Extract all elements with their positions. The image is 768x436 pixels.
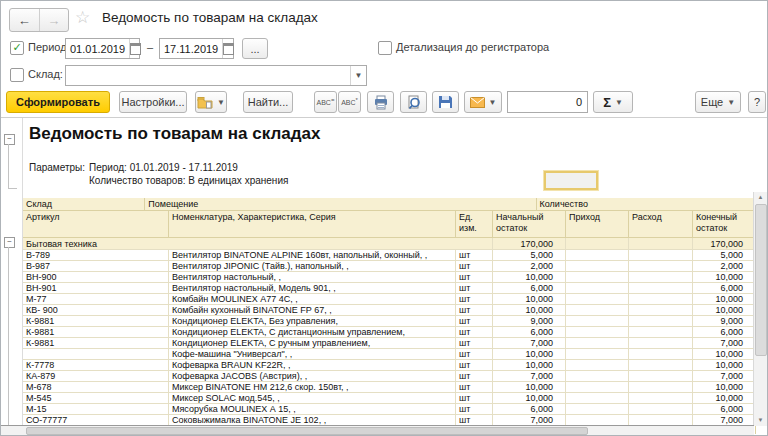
cell-expense[interactable] (629, 327, 693, 338)
cell-unit[interactable]: шт (456, 338, 493, 349)
vertical-scrollbar-thumb[interactable] (755, 204, 767, 356)
cell-unit[interactable]: шт (456, 316, 493, 327)
cell-nomenklatura[interactable]: Вентилятор настольный, Модель 901, , (169, 283, 456, 294)
cell-nomenklatura[interactable]: Кондиционер ELEKTA, С ручным управлением… (169, 338, 456, 349)
header-nomenklatura[interactable]: Номенклатура, Характеристика, Серия (169, 211, 456, 238)
table-row[interactable]: К-9881 Кондиционер ELEKTA, С ручным упра… (23, 338, 756, 349)
period-to-field[interactable]: 17.11.2019 (159, 38, 234, 59)
horizontal-scrollbar-thumb[interactable] (26, 427, 588, 435)
cell-begin[interactable]: 7,000 (493, 371, 566, 382)
detail-checkbox[interactable] (378, 41, 392, 55)
header-begin[interactable]: Начальный остаток (493, 211, 566, 238)
group-end[interactable]: 170,000 (693, 238, 756, 250)
header-kolichestvo[interactable]: Количество (537, 198, 756, 211)
cell-income[interactable] (566, 316, 629, 327)
find-button[interactable]: Найти... (243, 91, 293, 113)
cell-expense[interactable] (629, 261, 693, 272)
sum-button[interactable]: Σ ▼ (593, 91, 633, 113)
cell-artikul[interactable]: М-545 (23, 393, 169, 404)
abc-collapse-button[interactable]: ABC= (314, 91, 337, 113)
cell-begin[interactable]: 10,000 (493, 349, 566, 360)
cell-nomenklatura[interactable]: Миксер BINATONE HM 212,6 скор. 150вт, , (169, 382, 456, 393)
cell-begin[interactable]: 6,000 (493, 327, 566, 338)
cell-expense[interactable] (629, 250, 693, 261)
warehouse-checkbox[interactable] (10, 68, 24, 82)
cell-end[interactable]: 10,000 (693, 393, 756, 404)
cell-end[interactable]: 10,000 (693, 382, 756, 393)
cell-unit[interactable]: шт (456, 305, 493, 316)
header-end[interactable]: Конечный остаток (693, 211, 756, 238)
cell-end[interactable]: 10,000 (693, 360, 756, 371)
cell-end[interactable]: 7,000 (693, 371, 756, 382)
cell-nomenklatura[interactable]: Комбайн кухонный BINATONE FP 67, , (169, 305, 456, 316)
cell-nomenklatura[interactable]: Кондиционер ELEKTA, Без управления, (169, 316, 456, 327)
cell-artikul[interactable]: КВ- 900 (23, 305, 169, 316)
table-row[interactable]: К-9881 Кондиционер ELEKTA, С дистанционн… (23, 327, 756, 338)
cell-end[interactable]: 2,000 (693, 261, 756, 272)
cell-artikul[interactable]: К-7778 (23, 360, 169, 371)
cell-nomenklatura[interactable]: Кондиционер ELEKTA, С дистанционным упра… (169, 327, 456, 338)
report-variants-button[interactable]: ▼ (195, 91, 227, 113)
group-name[interactable]: Бытовая техника (23, 238, 493, 250)
table-row[interactable]: ВН-901 Вентилятор настольный, Модель 901… (23, 283, 756, 294)
period-from-value[interactable]: 01.01.2019 (66, 43, 129, 55)
cell-artikul[interactable]: КА-879 (23, 371, 169, 382)
cell-begin[interactable]: 10,000 (493, 305, 566, 316)
cell-nomenklatura[interactable]: Кофе-машина "Универсал", , (169, 349, 456, 360)
cell-income[interactable] (566, 272, 629, 283)
cell-artikul[interactable]: К-9881 (23, 316, 169, 327)
table-row[interactable]: КА-879 Кофеварка JACOBS (Австрия), , шт … (23, 371, 756, 382)
scroll-down-icon[interactable]: ▼ (754, 415, 767, 426)
calendar-icon[interactable] (222, 39, 234, 58)
favorite-star-icon[interactable]: ☆ (75, 7, 90, 28)
cell-begin[interactable]: 2,000 (493, 261, 566, 272)
header-unit[interactable]: Ед. изм. (456, 211, 493, 238)
group-begin[interactable]: 170,000 (493, 238, 566, 250)
cell-end[interactable]: 10,000 (693, 349, 756, 360)
cell-unit[interactable]: шт (456, 349, 493, 360)
cell-nomenklatura[interactable]: Вентилятор BINATONE ALPINE 160вт, наполь… (169, 250, 456, 261)
group-row[interactable]: Бытовая техника 170,000 170,000 (23, 238, 756, 250)
cell-income[interactable] (566, 327, 629, 338)
settings-button[interactable]: Настройки... (119, 91, 187, 113)
cell-unit[interactable]: шт (456, 294, 493, 305)
cell-artikul[interactable]: К-9881 (23, 327, 169, 338)
cell-income[interactable] (566, 283, 629, 294)
cell-artikul[interactable]: ВН-900 (23, 272, 169, 283)
cell-begin[interactable]: 6,000 (493, 283, 566, 294)
cell-begin[interactable]: 10,000 (493, 382, 566, 393)
cell-begin[interactable]: 10,000 (493, 393, 566, 404)
cell-income[interactable] (566, 338, 629, 349)
cell-expense[interactable] (629, 360, 693, 371)
cell-end[interactable]: 5,000 (693, 250, 756, 261)
abc-expand-button[interactable]: ABC* (338, 91, 361, 113)
cell-unit[interactable]: шт (456, 250, 493, 261)
cell-nomenklatura[interactable]: Вентилятор JIPONIC (Тайв.), напольный, , (169, 261, 456, 272)
cell-artikul[interactable]: М-77 (23, 294, 169, 305)
group-income[interactable] (566, 238, 629, 250)
cell-nomenklatura[interactable]: Мясорубка MOULINEX А 15, , (169, 404, 456, 415)
cell-income[interactable] (566, 250, 629, 261)
cell-income[interactable] (566, 261, 629, 272)
cell-artikul[interactable]: В-789 (23, 250, 169, 261)
vertical-scrollbar[interactable]: ▲ ▼ (753, 192, 767, 426)
cell-expense[interactable] (629, 316, 693, 327)
header-artikul[interactable]: Артикул (23, 211, 169, 238)
cell-income[interactable] (566, 404, 629, 415)
cell-unit[interactable]: шт (456, 360, 493, 371)
cell-nomenklatura[interactable]: Кофеварка BRAUN KF22R, , (169, 360, 456, 371)
cell-expense[interactable] (629, 294, 693, 305)
table-row[interactable]: М-77 Комбайн MOULINEX А77 4С, , шт 10,00… (23, 294, 756, 305)
cell-begin[interactable]: 9,000 (493, 316, 566, 327)
cell-begin[interactable]: 6,000 (493, 404, 566, 415)
cell-expense[interactable] (629, 404, 693, 415)
period-to-value[interactable]: 17.11.2019 (160, 43, 222, 55)
cell-expense[interactable] (629, 305, 693, 316)
table-row[interactable]: КВ- 900 Комбайн кухонный BINATONE FP 67,… (23, 305, 756, 316)
cell-nomenklatura[interactable]: Вентилятор настольный, , (169, 272, 456, 283)
period-from-field[interactable]: 01.01.2019 (65, 38, 140, 59)
cell-unit[interactable]: шт (456, 327, 493, 338)
table-row[interactable]: М-15 Мясорубка MOULINEX А 15, , шт 6,000… (23, 404, 756, 415)
chevron-down-icon[interactable]: ▼ (350, 66, 366, 85)
cell-expense[interactable] (629, 338, 693, 349)
